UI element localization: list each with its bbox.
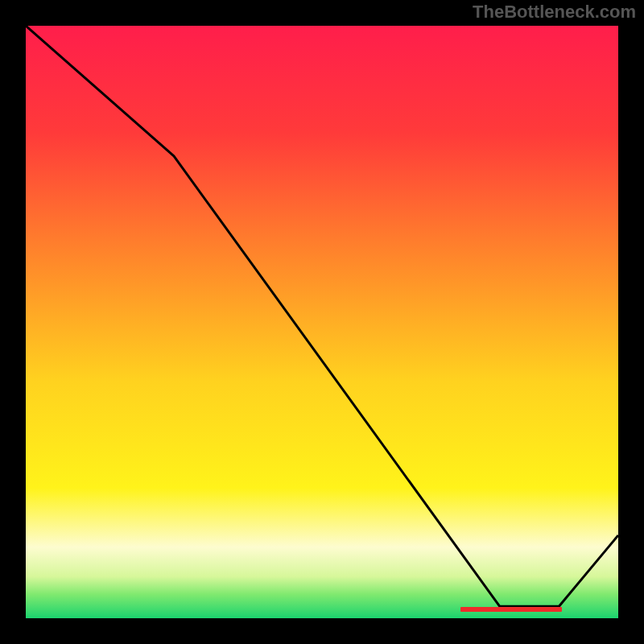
highlight-bar [460, 607, 562, 612]
chart-container: TheBottleneck.com [0, 0, 644, 644]
plot-area [24, 24, 620, 620]
heat-gradient [26, 26, 618, 618]
watermark-text: TheBottleneck.com [473, 2, 636, 23]
